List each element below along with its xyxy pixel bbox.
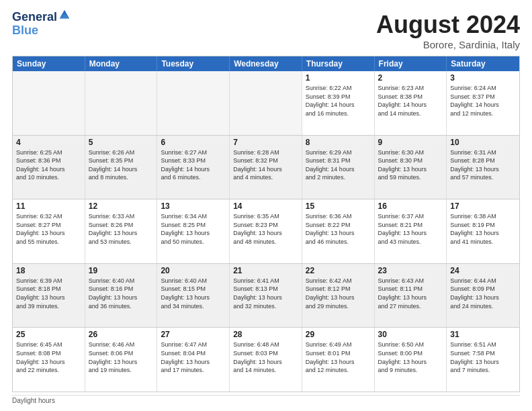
main-title: August 2024: [376, 11, 520, 39]
day-number: 11: [16, 201, 81, 211]
calendar-cell: 9Sunrise: 6:30 AM Sunset: 8:30 PM Daylig…: [375, 136, 447, 199]
logo-blue: Blue: [12, 24, 38, 37]
calendar-cell: 30Sunrise: 6:50 AM Sunset: 8:00 PM Dayli…: [375, 328, 447, 392]
calendar-cell: 6Sunrise: 6:27 AM Sunset: 8:33 PM Daylig…: [157, 136, 230, 199]
calendar-week-1: 1Sunrise: 6:22 AM Sunset: 8:39 PM Daylig…: [13, 71, 519, 135]
calendar-week-4: 18Sunrise: 6:39 AM Sunset: 8:18 PM Dayli…: [13, 263, 519, 328]
day-info: Sunrise: 6:23 AM Sunset: 8:38 PM Dayligh…: [378, 84, 443, 118]
day-number: 19: [89, 266, 154, 275]
day-number: 5: [89, 138, 154, 147]
day-number: 3: [450, 73, 516, 83]
day-number: 14: [233, 201, 298, 211]
day-info: Sunrise: 6:43 AM Sunset: 8:11 PM Dayligh…: [378, 277, 443, 310]
day-info: Sunrise: 6:41 AM Sunset: 8:13 PM Dayligh…: [233, 277, 298, 310]
calendar-cell: 21Sunrise: 6:41 AM Sunset: 8:13 PM Dayli…: [230, 264, 302, 328]
calendar: SundayMondayTuesdayWednesdayThursdayFrid…: [12, 56, 520, 392]
day-number: 2: [378, 73, 443, 83]
calendar-header-tuesday: Tuesday: [157, 56, 230, 71]
calendar-cell: 3Sunrise: 6:24 AM Sunset: 8:37 PM Daylig…: [447, 71, 519, 135]
day-info: Sunrise: 6:42 AM Sunset: 8:12 PM Dayligh…: [306, 277, 371, 310]
day-info: Sunrise: 6:50 AM Sunset: 8:00 PM Dayligh…: [378, 340, 443, 374]
calendar-cell: 31Sunrise: 6:51 AM Sunset: 7:58 PM Dayli…: [447, 328, 519, 392]
day-info: Sunrise: 6:33 AM Sunset: 8:26 PM Dayligh…: [89, 212, 154, 246]
calendar-cell: 14Sunrise: 6:35 AM Sunset: 8:23 PM Dayli…: [230, 199, 302, 263]
day-number: 22: [306, 266, 371, 275]
day-info: Sunrise: 6:27 AM Sunset: 8:33 PM Dayligh…: [161, 148, 226, 182]
day-number: 18: [16, 266, 81, 275]
footer-note: Daylight hours: [12, 395, 520, 404]
day-number: 9: [378, 138, 443, 147]
calendar-header-saturday: Saturday: [447, 56, 519, 71]
day-info: Sunrise: 6:30 AM Sunset: 8:30 PM Dayligh…: [378, 148, 443, 182]
day-number: 15: [306, 201, 371, 211]
logo-icon: [58, 9, 71, 21]
calendar-cell: 24Sunrise: 6:44 AM Sunset: 8:09 PM Dayli…: [447, 264, 519, 328]
day-number: 23: [378, 266, 443, 275]
calendar-cell: 18Sunrise: 6:39 AM Sunset: 8:18 PM Dayli…: [13, 264, 85, 328]
day-info: Sunrise: 6:47 AM Sunset: 8:04 PM Dayligh…: [161, 340, 226, 374]
calendar-cell: 28Sunrise: 6:48 AM Sunset: 8:03 PM Dayli…: [230, 328, 302, 392]
calendar-cell: 4Sunrise: 6:25 AM Sunset: 8:36 PM Daylig…: [13, 136, 85, 199]
day-number: 17: [450, 201, 516, 211]
calendar-week-3: 11Sunrise: 6:32 AM Sunset: 8:27 PM Dayli…: [13, 199, 519, 263]
calendar-cell: 7Sunrise: 6:28 AM Sunset: 8:32 PM Daylig…: [230, 136, 302, 199]
calendar-cell: 8Sunrise: 6:29 AM Sunset: 8:31 PM Daylig…: [302, 136, 375, 199]
calendar-cell: 16Sunrise: 6:37 AM Sunset: 8:21 PM Dayli…: [375, 199, 447, 263]
day-info: Sunrise: 6:39 AM Sunset: 8:18 PM Dayligh…: [16, 277, 81, 310]
day-info: Sunrise: 6:31 AM Sunset: 8:28 PM Dayligh…: [450, 148, 516, 182]
calendar-header-friday: Friday: [375, 56, 447, 71]
day-number: 31: [450, 330, 516, 339]
calendar-cell: [85, 71, 158, 135]
calendar-cell: 17Sunrise: 6:38 AM Sunset: 8:19 PM Dayli…: [447, 199, 519, 263]
calendar-cell: 13Sunrise: 6:34 AM Sunset: 8:25 PM Dayli…: [157, 199, 230, 263]
day-info: Sunrise: 6:40 AM Sunset: 8:16 PM Dayligh…: [89, 277, 154, 310]
day-number: 30: [378, 330, 443, 339]
subtitle: Borore, Sardinia, Italy: [376, 39, 520, 50]
calendar-cell: 22Sunrise: 6:42 AM Sunset: 8:12 PM Dayli…: [302, 264, 375, 328]
calendar-header-monday: Monday: [85, 56, 158, 71]
calendar-header-wednesday: Wednesday: [230, 56, 302, 71]
calendar-cell: 29Sunrise: 6:49 AM Sunset: 8:01 PM Dayli…: [302, 328, 375, 392]
day-info: Sunrise: 6:28 AM Sunset: 8:32 PM Dayligh…: [233, 148, 298, 182]
day-info: Sunrise: 6:51 AM Sunset: 7:58 PM Dayligh…: [450, 340, 516, 374]
calendar-cell: 5Sunrise: 6:26 AM Sunset: 8:35 PM Daylig…: [85, 136, 158, 199]
day-number: 13: [161, 201, 226, 211]
day-info: Sunrise: 6:35 AM Sunset: 8:23 PM Dayligh…: [233, 212, 298, 246]
calendar-cell: 26Sunrise: 6:46 AM Sunset: 8:06 PM Dayli…: [85, 328, 158, 392]
day-number: 1: [306, 73, 371, 83]
calendar-cell: 12Sunrise: 6:33 AM Sunset: 8:26 PM Dayli…: [85, 199, 158, 263]
day-number: 29: [306, 330, 371, 339]
calendar-cell: 19Sunrise: 6:40 AM Sunset: 8:16 PM Dayli…: [85, 264, 158, 328]
day-number: 12: [89, 201, 154, 211]
day-number: 8: [306, 138, 371, 147]
calendar-cell: 10Sunrise: 6:31 AM Sunset: 8:28 PM Dayli…: [447, 136, 519, 199]
day-info: Sunrise: 6:45 AM Sunset: 8:08 PM Dayligh…: [16, 340, 81, 374]
day-info: Sunrise: 6:32 AM Sunset: 8:27 PM Dayligh…: [16, 212, 81, 246]
calendar-cell: 15Sunrise: 6:36 AM Sunset: 8:22 PM Dayli…: [302, 199, 375, 263]
calendar-cell: [230, 71, 302, 135]
calendar-cell: [13, 71, 85, 135]
day-number: 6: [161, 138, 226, 147]
logo-general: General: [12, 11, 57, 24]
calendar-cell: 1Sunrise: 6:22 AM Sunset: 8:39 PM Daylig…: [302, 71, 375, 135]
day-number: 21: [233, 266, 298, 275]
day-number: 20: [161, 266, 226, 275]
day-number: 4: [16, 138, 81, 147]
calendar-cell: [157, 71, 230, 135]
day-info: Sunrise: 6:34 AM Sunset: 8:25 PM Dayligh…: [161, 212, 226, 246]
calendar-header-thursday: Thursday: [302, 56, 375, 71]
calendar-cell: 11Sunrise: 6:32 AM Sunset: 8:27 PM Dayli…: [13, 199, 85, 263]
page: General Blue August 2024 Borore, Sardini…: [0, 0, 532, 411]
day-info: Sunrise: 6:25 AM Sunset: 8:36 PM Dayligh…: [16, 148, 81, 182]
day-info: Sunrise: 6:37 AM Sunset: 8:21 PM Dayligh…: [378, 212, 443, 246]
day-number: 10: [450, 138, 516, 147]
header: General Blue August 2024 Borore, Sardini…: [12, 11, 520, 50]
calendar-week-5: 25Sunrise: 6:45 AM Sunset: 8:08 PM Dayli…: [13, 327, 519, 392]
day-info: Sunrise: 6:49 AM Sunset: 8:01 PM Dayligh…: [306, 340, 371, 374]
day-number: 7: [233, 138, 298, 147]
day-number: 28: [233, 330, 298, 339]
day-number: 25: [16, 330, 81, 339]
calendar-body: 1Sunrise: 6:22 AM Sunset: 8:39 PM Daylig…: [13, 71, 519, 392]
title-area: August 2024 Borore, Sardinia, Italy: [376, 11, 520, 50]
calendar-week-2: 4Sunrise: 6:25 AM Sunset: 8:36 PM Daylig…: [13, 135, 519, 199]
